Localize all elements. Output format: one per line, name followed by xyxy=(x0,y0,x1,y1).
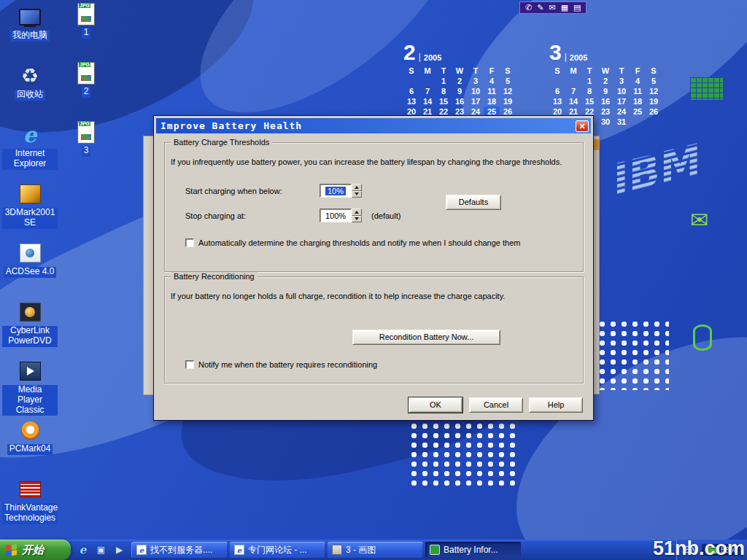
calendar-date: 5 xyxy=(646,76,662,86)
calendar-date: 10 xyxy=(468,86,484,96)
auto-determine-checkbox[interactable] xyxy=(185,238,194,247)
dialog-title: Improve Battery Health xyxy=(160,120,302,131)
desktop-icon-jpg[interactable]: JPG2 xyxy=(58,59,114,118)
desktop-icon-powerdvd[interactable]: CyberLink PowerDVD xyxy=(1,298,58,357)
task-label: 找不到服务器.... xyxy=(150,544,212,556)
calendar-date: 1 xyxy=(436,76,452,86)
calendar-date: 14 xyxy=(419,96,436,106)
defaults-button[interactable]: Defaults xyxy=(446,195,501,210)
grid-icon[interactable]: ▦ xyxy=(561,3,568,12)
calendar-separator: | xyxy=(419,52,421,63)
task-button[interactable]: 3 - 画图 xyxy=(328,542,423,559)
task-label: 3 - 画图 xyxy=(346,544,376,556)
calendar-date: 9 xyxy=(452,86,468,96)
desktop-icon-thinkvantage[interactable]: ThinkVantage Technologies xyxy=(1,475,58,534)
stop-threshold-field[interactable]: 100% xyxy=(320,209,352,222)
calendar-day-header: F xyxy=(630,66,646,76)
calendar-date: 17 xyxy=(614,96,630,106)
calendar-date: 2 xyxy=(452,76,468,86)
jpg-badge: JPG xyxy=(79,62,90,67)
floating-toolbar[interactable]: ✆✎✉▦▤ xyxy=(519,1,587,14)
desktop-icon-mpc[interactable]: Media Player Classic xyxy=(1,357,58,416)
calendar-date xyxy=(549,76,565,86)
desktop-icon-3dmark[interactable]: 3DMark2001 SE xyxy=(1,180,58,239)
calendar-date: 18 xyxy=(484,96,500,106)
calendar-day-header: S xyxy=(549,66,565,76)
calendar-year: 2005 xyxy=(424,53,441,63)
calendar-day-header: T xyxy=(581,66,597,76)
list-icon[interactable]: ▤ xyxy=(573,3,581,12)
down-arrow-icon xyxy=(355,192,359,195)
jpg-icon: JPG xyxy=(74,61,98,85)
notify-recondition-checkbox[interactable] xyxy=(185,360,194,369)
spin-down-button[interactable] xyxy=(352,216,362,223)
desktop-icon-jpg[interactable]: JPG1 xyxy=(58,0,114,59)
media-icon[interactable]: ▶ xyxy=(113,544,125,556)
calendar-day-header: W xyxy=(597,66,614,76)
calendar-date: 9 xyxy=(597,86,614,96)
calendar-date: 31 xyxy=(614,117,630,127)
jpg-badge: JPG xyxy=(79,121,90,126)
quick-launch: e▣▶ xyxy=(71,540,131,560)
help-button[interactable]: Help xyxy=(529,397,583,413)
notify-recondition-row: Notify me when the battery requires reco… xyxy=(185,360,572,369)
calendar-day-header: W xyxy=(452,66,468,76)
calendar-date: 23 xyxy=(597,106,614,117)
desktop-icon-label: ThinkVantage Technologies xyxy=(2,503,58,524)
powerdvd-icon xyxy=(18,300,42,324)
calendar-date: 11 xyxy=(630,86,646,96)
notify-recondition-label: Notify me when the battery requires reco… xyxy=(198,360,377,369)
show-desktop-icon[interactable]: ▣ xyxy=(95,544,107,556)
calendar-date: 4 xyxy=(630,76,646,86)
close-button[interactable]: ✕ xyxy=(576,120,589,132)
envelope-icon: ✉ xyxy=(690,207,708,233)
desktop-icon-acdsee[interactable]: ACDSee 4.0 xyxy=(1,239,58,298)
calendar-month: 3 xyxy=(549,42,562,63)
ie-icon[interactable]: e xyxy=(77,544,89,556)
stop-threshold-spinner: 100% xyxy=(320,209,362,222)
spin-up-button[interactable] xyxy=(352,184,362,191)
auto-determine-label: Automatically determine the charging thr… xyxy=(198,238,520,247)
start-button[interactable]: 开始 xyxy=(0,540,71,560)
desktop-icon-computer[interactable]: 我的电脑 xyxy=(1,3,58,62)
cancel-button[interactable]: Cancel xyxy=(469,397,523,413)
desktop-icon-label: Media Player Classic xyxy=(2,385,58,416)
task-button[interactable]: e找不到服务器.... xyxy=(132,542,228,559)
calendar-date: 10 xyxy=(614,86,630,96)
watermark-rest: .com xyxy=(699,537,745,559)
task-button[interactable]: e专门网论坛 - ... xyxy=(230,542,325,559)
calendar-date: 24 xyxy=(614,106,630,117)
recondition-battery-button[interactable]: Recondition Battery Now... xyxy=(352,330,500,345)
down-arrow-icon xyxy=(355,217,359,220)
desktop-icon-recycle[interactable]: 回收站 xyxy=(1,62,58,121)
phone-icon[interactable]: ✆ xyxy=(525,3,532,12)
calendar-date: 6 xyxy=(403,86,419,96)
wallpaper-dot-grid xyxy=(409,421,520,488)
calendar-date: 8 xyxy=(436,86,452,96)
pcmark-icon xyxy=(18,418,42,443)
calendar-date: 12 xyxy=(646,86,662,96)
dialog-titlebar[interactable]: Improve Battery Health ✕ xyxy=(156,118,591,133)
wallpaper-dot-grid xyxy=(597,319,669,390)
start-threshold-field[interactable]: 10% xyxy=(320,184,352,198)
pen-icon[interactable]: ✎ xyxy=(537,3,543,12)
improve-battery-health-dialog: Improve Battery Health ✕ Battery Charge … xyxy=(153,115,594,421)
3dmark-icon xyxy=(18,182,42,206)
spin-up-button[interactable] xyxy=(352,209,362,216)
calendar-header: 3|2005 xyxy=(549,40,662,63)
desktop-icon-ie[interactable]: Internet Explorer xyxy=(1,121,58,180)
battery-icon xyxy=(430,545,440,555)
desktop-icon-pcmark[interactable]: PCMark04 xyxy=(1,416,58,475)
calendar-date: 13 xyxy=(549,96,565,106)
battery-cylinder-icon xyxy=(693,324,712,351)
ok-button[interactable]: OK xyxy=(409,397,462,413)
desktop-icon-label: 1 xyxy=(82,28,91,39)
taskbar: 开始 e▣▶ e找不到服务器....e专门网论坛 - ...3 - 画图Batt… xyxy=(0,540,747,560)
dialog-body: Battery Charge Thresholds If you infrequ… xyxy=(156,133,591,419)
ibm-logo: IBM xyxy=(601,124,731,219)
spin-down-button[interactable] xyxy=(352,191,362,198)
mail-icon[interactable]: ✉ xyxy=(549,3,555,12)
task-button[interactable]: Battery Infor... xyxy=(425,542,521,559)
paint-icon xyxy=(332,545,342,555)
desktop-icon-jpg[interactable]: JPG3 xyxy=(58,118,114,177)
